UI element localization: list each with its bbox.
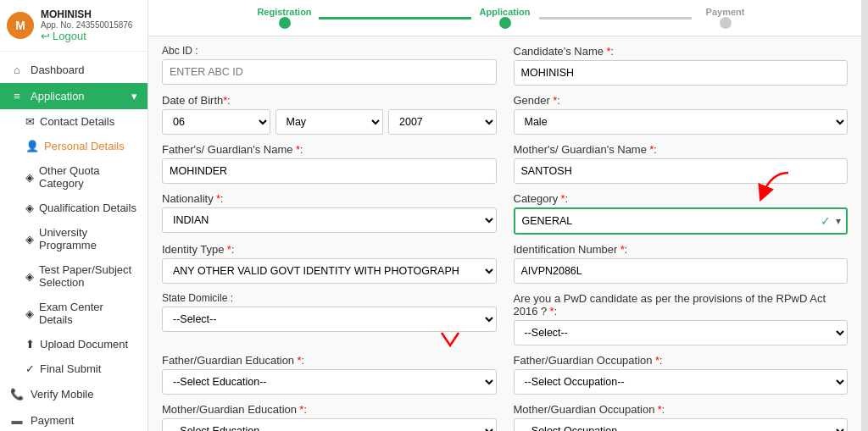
person-icon: 👤 xyxy=(25,140,39,152)
expand-icon: ▾ xyxy=(131,90,137,102)
dashboard-icon: ⌂ xyxy=(10,64,24,76)
mothers-name-label: Mother's/ Guardian's Name *: xyxy=(514,143,849,156)
category-wrapper: ✓ ▾ xyxy=(514,207,849,235)
father-education-label: Father/Guardian Education *: xyxy=(162,354,497,367)
father-occupation-label: Father/Guardian Occupation *: xyxy=(514,354,849,367)
scrollbar[interactable] xyxy=(861,0,868,431)
identity-type-select[interactable]: ANY OTHER VALID GOVT IDENTITY WITH PHOTO… xyxy=(162,258,497,284)
sidebar-item-final-submit[interactable]: ✓ Final Submit xyxy=(0,356,147,381)
sidebar-item-personal-details[interactable]: 👤 Personal Details xyxy=(0,134,147,158)
nationality-select[interactable]: INDIAN xyxy=(162,207,497,233)
step-dot-application xyxy=(499,17,511,29)
sidebar-item-exam-center[interactable]: ◈ Exam Center Details xyxy=(0,295,147,332)
university-icon: ◈ xyxy=(25,233,34,246)
step-dot-registration xyxy=(279,17,291,29)
dob-label: Date of Birth*: xyxy=(162,94,497,107)
payment-icon: ▬ xyxy=(10,414,24,427)
abc-id-label: Abc ID : xyxy=(162,45,497,57)
sidebar-header: M MOHINISH App. No. 243550015876 ↩ Logou… xyxy=(0,0,147,52)
form-area: Abc ID : Candidate's Name *: Date of Bir… xyxy=(148,36,861,431)
mother-education-label: Mother/Guardian Education *: xyxy=(162,403,497,416)
sidebar-item-qualification-details[interactable]: ◈ Qualification Details xyxy=(0,196,147,220)
submit-icon: ✓ xyxy=(25,362,35,375)
category-input[interactable] xyxy=(515,209,847,233)
sidebar-item-contact-details[interactable]: ✉ Contact Details xyxy=(0,109,147,134)
mother-occupation-select[interactable]: --Select Occupation-- xyxy=(514,418,849,431)
sidebar-item-university-programme[interactable]: ◈ University Programme xyxy=(0,220,147,257)
progress-bar-area: Registration Application Payment xyxy=(148,0,861,36)
fathers-name-input[interactable] xyxy=(162,158,497,184)
user-name: MOHINISH xyxy=(41,8,132,20)
sidebar-item-test-paper[interactable]: ◈ Test Paper/Subject Selection xyxy=(0,257,147,295)
dob-month-select[interactable]: May xyxy=(275,109,384,135)
sidebar-item-payment[interactable]: ▬ Payment xyxy=(0,407,147,431)
sidebar-item-application[interactable]: ≡ Application ▾ xyxy=(0,83,147,109)
mother-education-select[interactable]: --Select Education-- xyxy=(162,418,497,431)
qualification-icon: ◈ xyxy=(25,202,34,214)
check-annotation xyxy=(437,329,463,352)
category-chevron-icon[interactable]: ▾ xyxy=(836,215,841,227)
category-actions: ✓ ▾ xyxy=(821,214,841,228)
step-label-application: Application xyxy=(471,7,539,17)
quota-icon: ◈ xyxy=(25,171,34,184)
dob-day-select[interactable]: 06 xyxy=(162,109,270,135)
sidebar-item-verify-mobile[interactable]: 📞 Verify Mobile xyxy=(0,381,147,407)
step-line-2 xyxy=(539,17,692,19)
dob-row: 06 May 2007 xyxy=(162,109,497,135)
test-icon: ◈ xyxy=(25,270,34,283)
logout-button[interactable]: ↩ Logout xyxy=(41,30,132,42)
main-content: Registration Application Payment Abc ID … xyxy=(148,0,861,431)
avatar: M xyxy=(7,12,34,39)
sidebar-item-other-quota[interactable]: ◈ Other Quota Category xyxy=(0,158,147,196)
progress-steps: Registration Application Payment xyxy=(251,7,760,29)
upload-icon: ⬆ xyxy=(25,338,35,351)
logout-icon: ↩ xyxy=(41,30,50,42)
father-education-select[interactable]: --Select Education-- xyxy=(162,369,497,395)
step-line-1 xyxy=(319,17,471,19)
exam-icon: ◈ xyxy=(25,307,34,320)
sidebar-item-upload-document[interactable]: ⬆ Upload Document xyxy=(0,332,147,356)
mothers-name-input[interactable] xyxy=(514,158,849,184)
mother-occupation-label: Mother/Guardian Occupation *: xyxy=(514,403,849,416)
phone-icon: 📞 xyxy=(10,388,24,401)
gender-select[interactable]: Male xyxy=(514,109,849,135)
father-occupation-select[interactable]: --Select Occupation-- xyxy=(514,369,849,395)
sidebar: M MOHINISH App. No. 243550015876 ↩ Logou… xyxy=(0,0,148,431)
category-check-icon[interactable]: ✓ xyxy=(821,214,831,228)
dob-year-select[interactable]: 2007 xyxy=(388,109,497,135)
application-icon: ≡ xyxy=(10,90,24,102)
sidebar-nav: ⌂ Dashboard ≡ Application ▾ ✉ Contact De… xyxy=(0,52,147,431)
state-domicile-label: State Domicile : xyxy=(162,292,497,304)
pwd-label: Are you a PwD candidate as per the provi… xyxy=(514,292,849,318)
candidates-name-label: Candidate's Name *: xyxy=(514,45,849,58)
step-label-registration: Registration xyxy=(251,7,319,17)
identification-number-label: Identification Number *: xyxy=(514,243,849,256)
step-dot-payment xyxy=(720,17,732,29)
app-number: App. No. 243550015876 xyxy=(41,20,132,30)
nationality-label: Nationality *: xyxy=(162,192,497,205)
identity-type-label: Identity Type *: xyxy=(162,243,497,256)
state-domicile-select[interactable]: --Select-- xyxy=(162,307,497,332)
pwd-select[interactable]: --Select-- xyxy=(514,320,849,345)
gender-label: Gender *: xyxy=(514,94,849,107)
contact-icon: ✉ xyxy=(25,115,35,128)
step-label-payment: Payment xyxy=(692,7,760,17)
identification-number-input[interactable] xyxy=(514,258,849,284)
abc-id-input[interactable] xyxy=(162,59,497,85)
sidebar-item-dashboard[interactable]: ⌂ Dashboard xyxy=(0,57,147,83)
fathers-name-label: Father's/ Guardian's Name *: xyxy=(162,143,497,156)
candidates-name-input[interactable] xyxy=(514,60,849,86)
category-label: Category *: xyxy=(514,192,849,205)
